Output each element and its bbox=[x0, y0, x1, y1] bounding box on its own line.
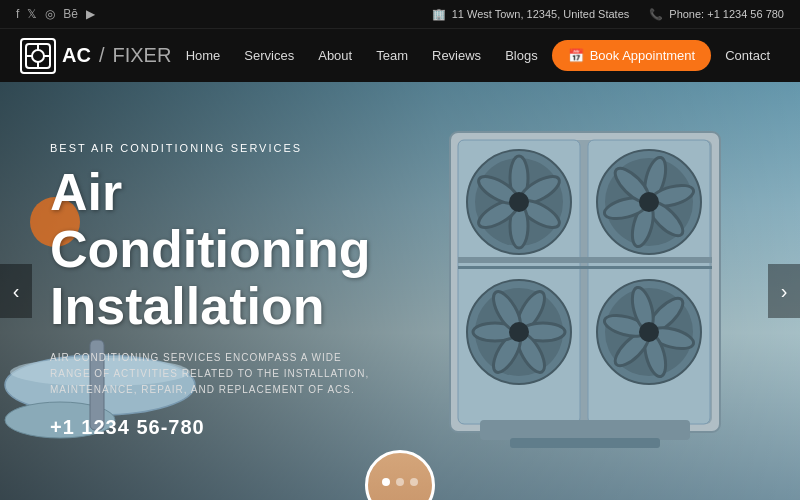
svg-point-49 bbox=[639, 322, 659, 342]
ac-unit-svg bbox=[430, 112, 740, 452]
logo-slash: / bbox=[99, 44, 105, 67]
hero-title: Air Conditioning Installation bbox=[50, 164, 450, 336]
nav-team[interactable]: Team bbox=[366, 42, 418, 69]
logo-sub: FIXER bbox=[112, 44, 171, 67]
svg-point-18 bbox=[509, 192, 529, 212]
contact-info: 🏢 11 West Town, 12345, United States 📞 P… bbox=[432, 8, 784, 21]
hero-content: BEST AIR CONDITIONING SERVICES Air Condi… bbox=[50, 142, 450, 439]
svg-rect-52 bbox=[480, 420, 690, 440]
svg-rect-50 bbox=[458, 257, 712, 263]
hero-dots bbox=[382, 478, 418, 486]
twitter-icon[interactable]: 𝕏 bbox=[27, 7, 37, 21]
svg-point-39 bbox=[639, 192, 659, 212]
hero-tagline: BEST AIR CONDITIONING SERVICES bbox=[50, 142, 450, 154]
hero-phone: +1 1234 56-780 bbox=[50, 416, 450, 439]
hero-section: BEST AIR CONDITIONING SERVICES Air Condi… bbox=[0, 82, 800, 500]
address-icon: 🏢 bbox=[432, 8, 446, 21]
address-text: 11 West Town, 12345, United States bbox=[452, 8, 630, 20]
nav-about[interactable]: About bbox=[308, 42, 362, 69]
svg-point-1 bbox=[32, 50, 44, 62]
nav-reviews[interactable]: Reviews bbox=[422, 42, 491, 69]
hero-dot-3[interactable] bbox=[410, 478, 418, 486]
svg-rect-53 bbox=[510, 438, 660, 448]
book-btn-label: Book Appointment bbox=[590, 48, 696, 63]
social-links[interactable]: f 𝕏 ◎ Bē ▶ bbox=[16, 7, 95, 21]
nav-services[interactable]: Services bbox=[234, 42, 304, 69]
nav-contact[interactable]: Contact bbox=[715, 42, 780, 69]
phone-icon: 📞 bbox=[649, 8, 663, 21]
ac-logo-svg bbox=[24, 42, 52, 70]
nav-links: Home Services About Team Reviews Blogs 📅… bbox=[176, 40, 780, 71]
nav-blogs[interactable]: Blogs bbox=[495, 42, 548, 69]
hero-title-line2: Installation bbox=[50, 277, 324, 335]
hero-next-button[interactable]: › bbox=[768, 264, 800, 318]
logo[interactable]: AC / FIXER bbox=[20, 38, 171, 74]
youtube-icon[interactable]: ▶ bbox=[86, 7, 95, 21]
book-appointment-button[interactable]: 📅 Book Appointment bbox=[552, 40, 712, 71]
hero-description: AIR CONDITIONING SERVICES ENCOMPASS A WI… bbox=[50, 350, 370, 398]
ac-unit-image bbox=[430, 112, 740, 452]
facebook-icon[interactable]: f bbox=[16, 7, 19, 21]
instagram-icon[interactable]: ◎ bbox=[45, 7, 55, 21]
svg-point-28 bbox=[509, 322, 529, 342]
hero-dot-2[interactable] bbox=[396, 478, 404, 486]
nav-home[interactable]: Home bbox=[176, 42, 231, 69]
navbar: AC / FIXER Home Services About Team Revi… bbox=[0, 28, 800, 82]
hero-dot-1[interactable] bbox=[382, 478, 390, 486]
chevron-right-icon: › bbox=[781, 280, 788, 303]
top-bar: f 𝕏 ◎ Bē ▶ 🏢 11 West Town, 12345, United… bbox=[0, 0, 800, 28]
hero-title-line1: Air Conditioning bbox=[50, 163, 371, 278]
logo-icon bbox=[20, 38, 56, 74]
chevron-left-icon: ‹ bbox=[13, 280, 20, 303]
behance-icon[interactable]: Bē bbox=[63, 7, 78, 21]
svg-rect-51 bbox=[458, 266, 712, 269]
logo-brand: AC bbox=[62, 44, 91, 67]
phone-text: Phone: +1 1234 56 780 bbox=[669, 8, 784, 20]
calendar-icon: 📅 bbox=[568, 48, 584, 63]
hero-prev-button[interactable]: ‹ bbox=[0, 264, 32, 318]
